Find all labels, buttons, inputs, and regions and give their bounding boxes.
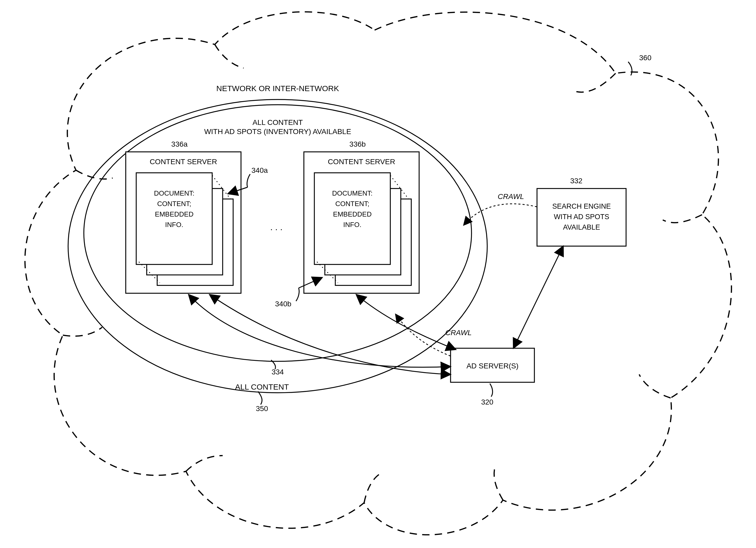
ref-leader [247, 174, 250, 187]
inventory-label-1: ALL CONTENT [253, 118, 303, 127]
ref-search: 332 [570, 177, 583, 185]
doc-front [136, 173, 212, 265]
doc-a-l3: EMBEDDED [155, 210, 193, 218]
crawl-label-1: CRAWL [498, 193, 524, 201]
ref-adserver: 320 [481, 398, 494, 406]
search-l3: AVAILABLE [563, 223, 600, 231]
doc-b-l4: INFO. [343, 221, 361, 229]
doc-b-l3: EMBEDDED [333, 210, 371, 218]
link-adserver-csa [189, 294, 451, 367]
ref-doc-b: 340b [275, 300, 291, 308]
cloud-cusp [576, 73, 616, 92]
doc-a-l1: DOCUMENT: [154, 189, 195, 197]
crawl-arrow-search [464, 204, 537, 225]
ref-inner-ellipse: 334 [272, 368, 284, 376]
doc-b-l2: CONTENT; [335, 200, 369, 208]
ref-cloud: 360 [639, 54, 651, 62]
cloud-cusp [186, 456, 223, 471]
inventory-label-2: WITH AD SPOTS (INVENTORY) AVAILABLE [204, 128, 351, 136]
svg-rect-7 [314, 173, 390, 265]
ref-cs-b: 336b [349, 140, 366, 148]
cloud-cusp [639, 374, 671, 398]
ad-server-label: AD SERVER(S) [467, 362, 519, 370]
doc-a-l2: CONTENT; [157, 200, 191, 208]
content-server-a: CONTENT SERVER DOCUMENT: CONTENT; EMBEDD… [126, 152, 241, 293]
all-content-label: ALL CONTENT [235, 382, 289, 391]
cloud-cusp [364, 474, 380, 503]
link-csa-adserver-2 [210, 294, 451, 374]
diagram-canvas: 360 NETWORK OR INTER-NETWORK ALL CONTENT… [0, 0, 756, 548]
ellipsis: . . . [270, 222, 282, 232]
cloud-cusp [63, 327, 102, 336]
ad-server-box: AD SERVER(S) [451, 348, 534, 382]
content-server-b-label: CONTENT SERVER [328, 158, 395, 166]
content-server-a-label: CONTENT SERVER [150, 158, 217, 166]
doc-b-l1: DOCUMENT: [332, 189, 373, 197]
cloud-cusp [663, 215, 702, 223]
ref-cs-a: 336a [171, 140, 188, 148]
ref-doc-a: 340a [251, 166, 268, 174]
search-engine-box: SEARCH ENGINE WITH AD SPOTS AVAILABLE [537, 189, 626, 246]
ref-leader [296, 288, 299, 301]
link-search-adserver [513, 246, 563, 348]
ref-leader [258, 391, 262, 404]
content-server-b: CONTENT SERVER DOCUMENT: CONTENT; EMBEDD… [304, 152, 419, 293]
ref-leader [490, 383, 492, 397]
ref-outer-ellipse: 350 [256, 404, 268, 413]
ref-leader [628, 62, 632, 75]
search-l2: WITH AD SPOTS [554, 213, 609, 221]
crawl-label-2: CRAWL [445, 328, 472, 337]
network-label: NETWORK OR INTER-NETWORK [216, 84, 339, 93]
doc-a-l4: INFO. [165, 221, 183, 229]
cloud-cusp [494, 466, 503, 500]
cloud-cusp [215, 45, 244, 68]
search-l1: SEARCH ENGINE [552, 203, 611, 210]
